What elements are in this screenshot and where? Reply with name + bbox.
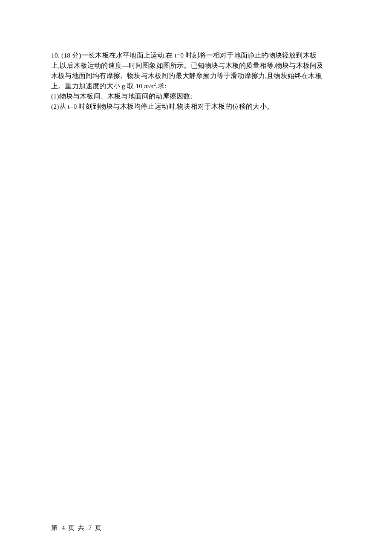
question-points: (18 分) [61, 52, 81, 59]
question-text-1: 一长木板在水平地面上运动,在 t=0 时刻将一相对于地面静止的物块轻放到木板 [81, 52, 317, 59]
unit-m: m [144, 82, 149, 90]
question-sub-1: (1)物块与木板间、木板与地面间的动摩擦因数; [51, 91, 341, 101]
footer-mid: 页 共 [68, 524, 85, 531]
question-text-4a: 上。重力加速度的大小 g 取 10 [51, 82, 144, 90]
question-line-3: 木板与地面间均有摩擦。物块与木板间的最大静摩擦力等于滑动摩擦力,且物块始终在木板 [51, 71, 341, 81]
question-10: 10. (18 分)一长木板在水平地面上运动,在 t=0 时刻将一相对于地面静止… [51, 50, 341, 112]
page-footer: 第 4 页 共 7 页 [51, 524, 102, 532]
question-sub-2: (2)从 t=0 时刻到物块与木板均停止运动时,物块相对于木板的位移的大小。 [51, 101, 341, 112]
question-line-1: 10. (18 分)一长木板在水平地面上运动,在 t=0 时刻将一相对于地面静止… [51, 50, 341, 61]
question-number: 10. [51, 52, 60, 59]
document-page: 10. (18 分)一长木板在水平地面上运动,在 t=0 时刻将一相对于地面静止… [0, 0, 392, 555]
question-line-2: 上,以后木板运动的速度—时间图象如图所示。已知物块与木板的质量相等,物块与木板间… [51, 61, 341, 71]
footer-suffix: 页 [95, 524, 102, 531]
footer-prefix: 第 [51, 524, 58, 531]
footer-page-current: 4 [62, 524, 65, 531]
question-text-4b: ,求: [156, 82, 167, 90]
footer-page-total: 7 [89, 524, 92, 531]
question-line-4: 上。重力加速度的大小 g 取 10 m/s2,求: [51, 81, 341, 91]
